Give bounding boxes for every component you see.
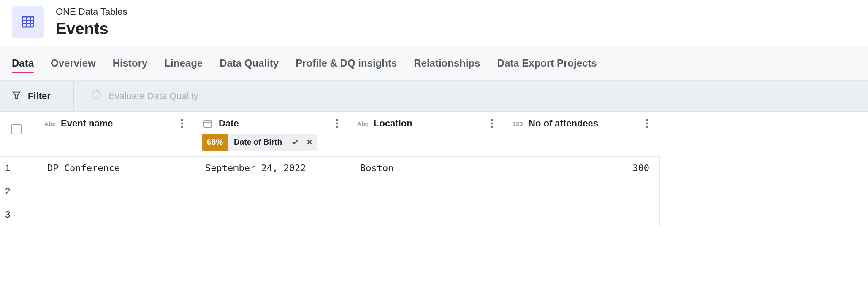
svg-point-15	[336, 123, 338, 125]
number-type-icon: 123	[512, 118, 524, 129]
breadcrumb-parent-link[interactable]: ONE Data Tables	[56, 6, 127, 17]
page-title: Events	[56, 20, 127, 38]
tab-profile-dq-insights[interactable]: Profile & DQ insights	[296, 47, 397, 79]
tab-lineage[interactable]: Lineage	[164, 47, 203, 79]
column-menu-button[interactable]	[176, 118, 188, 129]
column-header-attendees: 123 No of attendees	[505, 112, 660, 157]
cell-location[interactable]	[350, 180, 505, 203]
term-suggestion-chip: 68% Date of Birth	[202, 134, 317, 150]
cell-event-name[interactable]	[37, 180, 195, 203]
table-icon	[12, 6, 44, 38]
suggestion-confidence: 68%	[202, 134, 228, 150]
column-name: Event name	[61, 118, 113, 129]
column-menu-button[interactable]	[641, 118, 653, 129]
row-number: 2	[0, 180, 37, 203]
svg-point-23	[646, 123, 648, 125]
row-number: 3	[0, 203, 37, 226]
select-all-checkbox[interactable]	[11, 124, 22, 134]
svg-point-8	[181, 123, 183, 125]
text-type-icon: Abc	[357, 118, 369, 129]
tabs: Data Overview History Lineage Data Quali…	[0, 46, 868, 81]
column-header-location: Abc Location	[350, 112, 505, 157]
column-menu-button[interactable]	[486, 118, 498, 129]
svg-point-9	[181, 126, 183, 128]
cell-attendees[interactable]	[505, 180, 660, 203]
svg-point-19	[491, 119, 493, 121]
tab-data-export-projects[interactable]: Data Export Projects	[497, 47, 597, 79]
text-type-icon: Abc	[44, 118, 56, 129]
row-number: 1	[0, 157, 37, 180]
select-all-cell[interactable]	[0, 112, 37, 157]
toolbar: Filter Evaluate Data Quality	[0, 81, 868, 112]
cell-attendees[interactable]: 300	[505, 157, 660, 180]
tab-history[interactable]: History	[113, 47, 148, 79]
spinner-icon	[91, 89, 102, 103]
column-name: Location	[374, 118, 412, 129]
svg-point-22	[646, 119, 648, 121]
suggestion-accept-button[interactable]	[288, 134, 302, 150]
cell-event-name[interactable]: DP Conference	[37, 157, 195, 180]
cell-date[interactable]	[195, 180, 350, 203]
cell-event-name[interactable]	[37, 203, 195, 226]
column-header-event-name: Abc Event name	[37, 112, 195, 157]
filter-icon	[12, 91, 21, 102]
date-type-icon	[202, 118, 214, 129]
suggestion-reject-button[interactable]	[302, 134, 317, 150]
svg-point-20	[491, 123, 493, 125]
page-header: ONE Data Tables Events	[0, 0, 868, 46]
svg-rect-0	[22, 17, 34, 27]
column-name: Date	[219, 118, 239, 129]
cell-date[interactable]	[195, 203, 350, 226]
svg-rect-10	[204, 121, 212, 127]
evaluate-dq-button: Evaluate Data Quality	[74, 89, 198, 103]
filter-button[interactable]: Filter	[12, 81, 74, 111]
tab-overview[interactable]: Overview	[51, 47, 96, 79]
column-menu-button[interactable]	[331, 118, 343, 129]
cell-location[interactable]: Boston	[350, 157, 505, 180]
svg-point-7	[181, 119, 183, 121]
column-header-date: Date 68% Date of Birth	[195, 112, 350, 157]
filter-label: Filter	[28, 91, 51, 102]
cell-location[interactable]	[350, 203, 505, 226]
column-name: No of attendees	[529, 118, 598, 129]
cell-date[interactable]: September 24, 2022	[195, 157, 350, 180]
data-grid: Abc Event name Date 68% Date of Birth	[0, 112, 868, 226]
svg-point-16	[336, 126, 338, 128]
suggestion-label: Date of Birth	[228, 137, 288, 147]
tab-data[interactable]: Data	[12, 47, 34, 79]
breadcrumb: ONE Data Tables Events	[56, 6, 127, 38]
tab-relationships[interactable]: Relationships	[414, 47, 480, 79]
tab-data-quality[interactable]: Data Quality	[220, 47, 279, 79]
cell-attendees[interactable]	[505, 203, 660, 226]
svg-marker-5	[13, 92, 20, 98]
svg-point-21	[491, 126, 493, 128]
svg-point-6	[92, 91, 100, 99]
svg-point-14	[336, 119, 338, 121]
evaluate-dq-label: Evaluate Data Quality	[108, 91, 198, 102]
svg-point-24	[646, 126, 648, 128]
